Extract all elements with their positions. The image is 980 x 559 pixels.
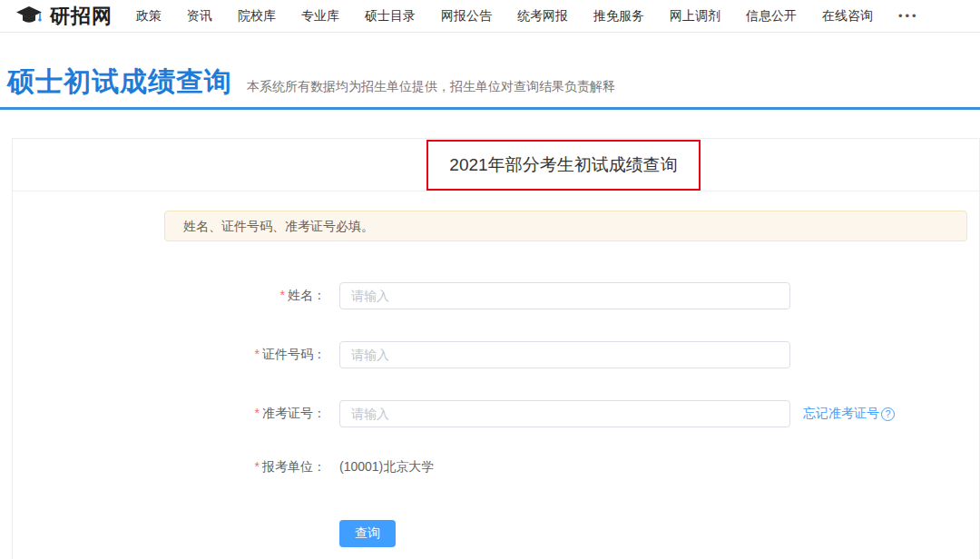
form-row-name: *姓名： <box>13 282 979 309</box>
form-row-target-institution: *报考单位： (10001)北京大学 <box>13 459 979 476</box>
name-input[interactable] <box>339 282 790 309</box>
page-header: 硕士初试成绩查询 本系统所有数据均为招生单位提供，招生单位对查询结果负责解释 <box>0 33 980 107</box>
score-query-card: 2021年部分考生初试成绩查询 姓名、证件号码、准考证号必填。 *姓名： *证件… <box>12 138 980 559</box>
nav-more-ellipsis-icon[interactable]: ••• <box>898 9 919 23</box>
nav-item-online-adjustment[interactable]: 网上调剂 <box>670 8 720 25</box>
site-logo-text[interactable]: 研招网 <box>50 3 113 30</box>
top-navigation-bar: 研招网 政策 资讯 院校库 专业库 硕士目录 网报公告 统考网报 推免服务 网上… <box>0 0 980 33</box>
page-subtitle: 本系统所有数据均为招生单位提供，招生单位对查询结果负责解释 <box>247 79 615 95</box>
id-number-label: *证件号码： <box>13 347 326 363</box>
nav-item-online-consult[interactable]: 在线咨询 <box>822 8 873 25</box>
nav-item-exemption-service[interactable]: 推免服务 <box>593 8 644 25</box>
target-institution-label: *报考单位： <box>13 459 326 476</box>
admission-ticket-input[interactable] <box>339 400 790 427</box>
site-logo[interactable]: 研招网 <box>16 3 113 30</box>
nav-item-college-library[interactable]: 院校库 <box>238 8 276 25</box>
required-asterisk: * <box>255 347 260 361</box>
nav-item-news[interactable]: 资讯 <box>187 8 212 25</box>
required-asterisk: * <box>280 288 285 302</box>
target-institution-value: (10001)北京大学 <box>339 459 434 476</box>
admission-ticket-label: *准考证号： <box>13 406 326 422</box>
red-highlight-box: 2021年部分考生初试成绩查询 <box>426 140 701 191</box>
nav-menu: 政策 资讯 院校库 专业库 硕士目录 网报公告 统考网报 推免服务 网上调剂 信… <box>136 8 919 25</box>
required-fields-notice: 姓名、证件号码、准考证号必填。 <box>164 211 967 241</box>
query-form: *姓名： *证件号码： *准考证号： 忘记准考证号 ? *报考单位： (1000… <box>13 282 979 547</box>
card-title: 2021年部分考生初试成绩查询 <box>449 153 677 177</box>
form-row-id-number: *证件号码： <box>13 341 979 368</box>
nav-item-registration-notice[interactable]: 网报公告 <box>441 8 492 25</box>
form-row-admission-ticket: *准考证号： 忘记准考证号 ? <box>13 400 979 427</box>
nav-item-major-library[interactable]: 专业库 <box>301 8 339 25</box>
question-circle-icon[interactable]: ? <box>881 407 895 421</box>
name-label: *姓名： <box>13 288 326 304</box>
nav-item-master-catalog[interactable]: 硕士目录 <box>365 8 416 25</box>
nav-item-unified-exam-registration[interactable]: 统考网报 <box>517 8 568 25</box>
button-row: 查询 <box>13 520 979 547</box>
id-number-input[interactable] <box>339 341 790 368</box>
nav-item-policy[interactable]: 政策 <box>136 8 162 25</box>
graduation-cap-icon <box>16 6 44 26</box>
required-asterisk: * <box>255 406 260 420</box>
blue-divider-line <box>0 107 980 110</box>
card-header: 2021年部分考生初试成绩查询 <box>13 139 979 191</box>
page-title: 硕士初试成绩查询 <box>7 64 232 101</box>
nav-item-info-disclosure[interactable]: 信息公开 <box>746 8 797 25</box>
query-button[interactable]: 查询 <box>339 520 396 547</box>
forgot-admission-ticket-link[interactable]: 忘记准考证号 ? <box>803 406 895 422</box>
required-asterisk: * <box>255 459 260 474</box>
